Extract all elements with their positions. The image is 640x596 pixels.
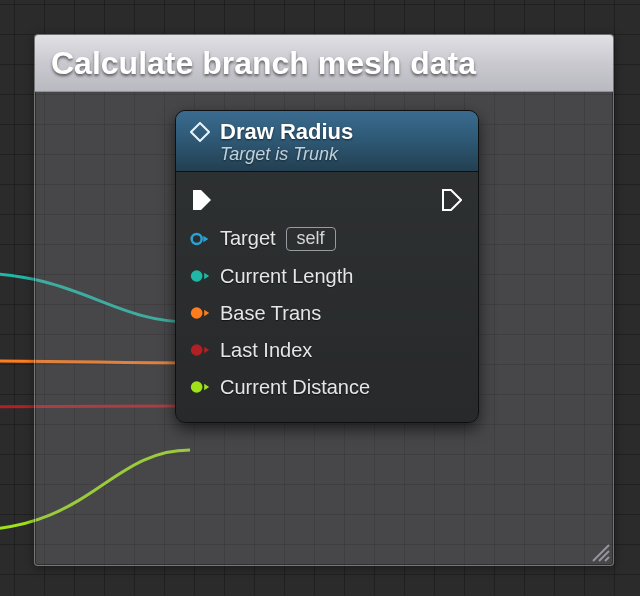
- svg-point-7: [191, 382, 203, 394]
- current-distance-pin[interactable]: [190, 379, 210, 395]
- exec-out-pin[interactable]: [442, 192, 462, 208]
- function-node-draw-radius[interactable]: Draw Radius Target is Trunk: [175, 110, 479, 423]
- current-length-pin-label: Current Length: [220, 265, 353, 288]
- node-title: Draw Radius: [220, 119, 353, 144]
- svg-point-3: [192, 234, 202, 244]
- function-icon: [190, 122, 210, 146]
- base-trans-pin[interactable]: [190, 305, 210, 321]
- svg-line-2: [605, 557, 609, 561]
- svg-point-4: [191, 271, 203, 283]
- base-trans-pin-label: Base Trans: [220, 302, 321, 325]
- current-length-pin[interactable]: [190, 268, 210, 284]
- current-distance-pin-row: Current Distance: [190, 369, 464, 406]
- svg-point-5: [191, 308, 203, 320]
- last-index-pin[interactable]: [190, 342, 210, 358]
- node-header[interactable]: Draw Radius Target is Trunk: [176, 111, 478, 172]
- resize-handle-icon[interactable]: [589, 541, 611, 563]
- last-index-pin-row: Last Index: [190, 332, 464, 369]
- last-index-pin-label: Last Index: [220, 339, 312, 362]
- current-distance-pin-label: Current Distance: [220, 376, 370, 399]
- exec-in-pin[interactable]: [192, 192, 212, 208]
- base-trans-pin-row: Base Trans: [190, 295, 464, 332]
- current-length-pin-row: Current Length: [190, 258, 464, 295]
- target-pin-label: Target: [220, 227, 276, 250]
- comment-header[interactable]: Calculate branch mesh data: [35, 35, 613, 92]
- target-pin[interactable]: [190, 231, 210, 247]
- blueprint-graph-viewport[interactable]: Calculate branch mesh data Draw Radius T…: [0, 0, 640, 596]
- node-subtitle: Target is Trunk: [220, 144, 353, 165]
- target-default-value[interactable]: self: [286, 227, 336, 251]
- node-body: Target self Current Length: [176, 172, 478, 422]
- node-title-block: Draw Radius Target is Trunk: [220, 119, 353, 165]
- svg-point-6: [191, 345, 203, 357]
- target-pin-row: Target self: [190, 220, 464, 258]
- exec-pin-row: [190, 184, 464, 220]
- comment-title: Calculate branch mesh data: [51, 45, 476, 82]
